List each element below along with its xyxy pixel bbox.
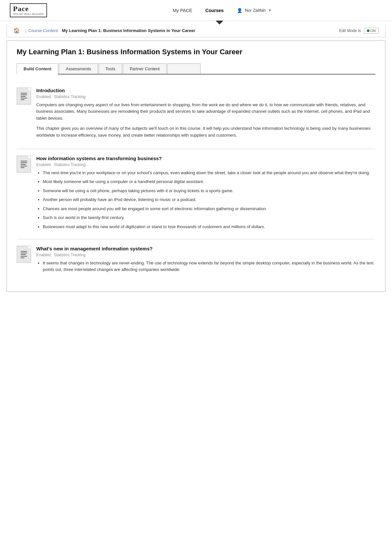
icon-line [21, 98, 27, 98]
item-icon-introduction [17, 88, 31, 105]
item-paragraph-2: This chapter gives you an overview of ma… [36, 125, 375, 139]
user-name: Nor Zalifah [245, 8, 266, 13]
icon-line [21, 258, 24, 258]
item-meta-tracking: Statistics Tracking [54, 94, 86, 99]
list-item: The next time you're in your workplace o… [43, 170, 375, 176]
logo-text: Pace ONLINE SKILL BUILDER [10, 3, 47, 17]
item-meta-tracking-3: Statistics Tracking [54, 253, 86, 257]
tab-partner-content[interactable]: Partner Content [123, 63, 167, 74]
breadcrumb-separator: | [25, 28, 26, 33]
tab-tools[interactable]: Tools [99, 63, 122, 74]
content-item-whats-new: What's new in management information sys… [17, 239, 375, 282]
icon-line [21, 161, 27, 161]
item-paragraph-1: Computers are changing every aspect of o… [36, 102, 375, 122]
user-avatar-icon: 👤 [237, 8, 242, 13]
tab-empty [167, 63, 201, 74]
item-list-whats-new: It seems that changes in technology are … [36, 260, 375, 273]
tab-build-content[interactable]: Build Content [17, 63, 58, 75]
nav-courses[interactable]: Courses [205, 8, 224, 13]
item-content-whats-new: What's new in management information sys… [36, 246, 375, 275]
nav-dropdown-triangle [216, 21, 223, 25]
nav-user-area: 👤 Nor Zalifah ▼ [237, 8, 271, 13]
item-icon-lines-2 [19, 159, 28, 169]
item-meta-enabled-3: Enabled: [36, 253, 52, 257]
item-title-whats-new[interactable]: What's new in management information sys… [36, 246, 375, 251]
icon-line [21, 166, 27, 166]
breadcrumb-current: My Learning Plan 1: Business Information… [62, 28, 195, 33]
logo: Pace ONLINE SKILL BUILDER [10, 3, 47, 17]
nav-center: My PACE Courses 👤 Nor Zalifah ▼ [62, 8, 382, 13]
list-item: It seems that changes in technology are … [43, 260, 375, 273]
icon-line [21, 162, 27, 163]
list-item: Someone will be using a cell phone, perh… [43, 188, 375, 194]
icon-line [21, 256, 27, 257]
item-content-introduction: Introduction Enabled: Statistics Trackin… [36, 88, 375, 142]
edit-mode-label: Edit Mode is: [339, 28, 362, 33]
home-icon[interactable]: 🏠 [13, 27, 20, 34]
content-item-info-systems: How information systems are transforming… [17, 149, 375, 240]
item-meta-whats-new: Enabled: Statistics Tracking [36, 253, 375, 257]
item-icon-lines [19, 91, 28, 101]
item-meta-info-systems: Enabled: Statistics Tracking [36, 162, 375, 167]
item-content-info-systems: How information systems are transforming… [36, 156, 375, 233]
icon-line [21, 251, 27, 252]
tab-assessments[interactable]: Assessments [59, 63, 98, 74]
icon-line [21, 167, 24, 168]
nav-mypace[interactable]: My PACE [173, 8, 192, 13]
toggle-label: ON [370, 29, 376, 33]
content-item-introduction: Introduction Enabled: Statistics Trackin… [17, 81, 375, 149]
tabs-bar: Build Content Assessments Tools Partner … [17, 63, 375, 75]
icon-line [21, 94, 27, 95]
breadcrumb-course-content[interactable]: Course Content [28, 28, 58, 33]
item-title-introduction[interactable]: Introduction [36, 88, 375, 93]
icon-line [21, 254, 26, 255]
logo-area: Pace ONLINE SKILL BUILDER [10, 3, 62, 17]
item-list-info-systems: The next time you're in your workplace o… [36, 170, 375, 230]
item-body-whats-new: It seems that changes in technology are … [36, 260, 375, 273]
item-meta-enabled: Enabled: [36, 94, 52, 99]
item-body-introduction: Computers are changing every aspect of o… [36, 102, 375, 139]
item-icon-info-systems [17, 156, 31, 173]
list-item: Most likely someone will be using a comp… [43, 178, 375, 185]
item-body-info-systems: The next time you're in your workplace o… [36, 170, 375, 230]
list-item: Chances are most people around you will … [43, 206, 375, 212]
item-title-info-systems[interactable]: How information systems are transforming… [36, 156, 375, 161]
content-items-list: Introduction Enabled: Statistics Trackin… [17, 81, 375, 282]
user-dropdown-arrow[interactable]: ▼ [268, 8, 271, 12]
item-meta-enabled-2: Enabled: [36, 162, 52, 167]
list-item: Businesses must adapt to this new world … [43, 224, 375, 230]
toggle-dot [367, 29, 369, 32]
item-meta-tracking-2: Statistics Tracking [54, 162, 86, 167]
icon-line [21, 93, 27, 93]
icon-line [21, 164, 26, 165]
edit-mode-toggle[interactable]: ON [364, 28, 379, 34]
icon-line [21, 253, 27, 253]
page-title: My Learning Plan 1: Business Information… [17, 47, 375, 57]
list-item: Another person will probably have an iPo… [43, 196, 375, 203]
breadcrumb-bar: 🏠 | Course Content My Learning Plan 1: B… [7, 24, 385, 37]
edit-mode-area: Edit Mode is: ON [339, 28, 379, 34]
main-content-container: My Learning Plan 1: Business Information… [7, 41, 385, 292]
item-icon-whats-new [17, 246, 31, 263]
logo-subtitle: ONLINE SKILL BUILDER [13, 13, 44, 15]
icon-line [21, 96, 26, 97]
list-item: Such is our world in the twenty-first ce… [43, 214, 375, 221]
icon-line [21, 99, 24, 100]
item-meta-introduction: Enabled: Statistics Tracking [36, 94, 375, 99]
item-icon-lines-3 [19, 249, 28, 260]
top-navigation: Pace ONLINE SKILL BUILDER My PACE Course… [0, 0, 392, 21]
